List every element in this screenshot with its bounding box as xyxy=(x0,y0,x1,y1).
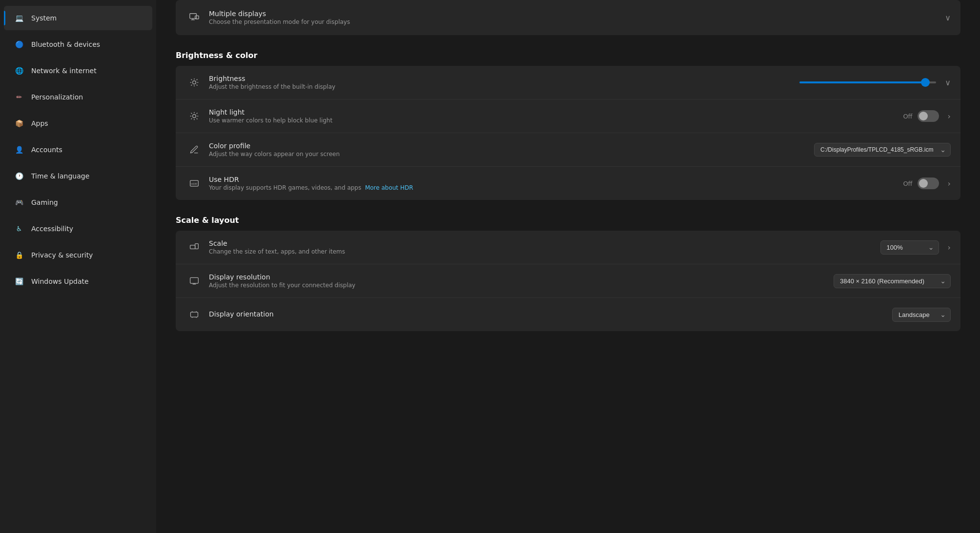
night-light-toggle[interactable] xyxy=(918,110,939,122)
sidebar-icon-time: 🕐 xyxy=(14,171,24,181)
multiple-displays-subtitle: Choose the presentation mode for your di… xyxy=(209,19,935,25)
sidebar-icon-accounts: 👤 xyxy=(14,144,24,155)
use-hdr-subtitle-text: Your display supports HDR games, videos,… xyxy=(209,184,361,191)
sidebar-label-privacy: Privacy & security xyxy=(31,251,93,259)
svg-point-13 xyxy=(193,115,196,118)
color-profile-row: Color profile Adjust the way colors appe… xyxy=(176,133,960,167)
sidebar-item-personalization[interactable]: ✏️Personalization xyxy=(4,85,152,109)
sidebar-label-system: System xyxy=(31,14,57,22)
sidebar-label-accounts: Accounts xyxy=(31,146,62,154)
display-orientation-control: Landscape xyxy=(892,308,951,322)
brightness-slider[interactable] xyxy=(799,81,936,83)
svg-rect-27 xyxy=(191,312,198,317)
svg-line-7 xyxy=(191,79,192,80)
night-light-subtitle: Use warmer colors to help block blue lig… xyxy=(209,117,897,124)
sidebar-item-accessibility[interactable]: ♿Accessibility xyxy=(4,217,152,241)
display-orientation-dropdown-wrapper: Landscape xyxy=(892,308,951,322)
svg-line-17 xyxy=(197,118,198,119)
scale-subtitle: Change the size of text, apps, and other… xyxy=(209,248,875,255)
sidebar-icon-system: 💻 xyxy=(14,13,24,23)
color-profile-control: C:/DisplayProfiles/TPLCD_4185_sRGB.icm xyxy=(814,143,951,157)
brightness-title: Brightness xyxy=(209,75,794,82)
multiple-displays-chevron: ∨ xyxy=(945,13,951,22)
color-profile-dropdown[interactable]: C:/DisplayProfiles/TPLCD_4185_sRGB.icm xyxy=(814,143,951,157)
multiple-displays-control: ∨ xyxy=(941,13,951,22)
scale-dropdown-wrapper: 100% xyxy=(880,240,939,255)
svg-rect-26 xyxy=(190,277,199,283)
use-hdr-link[interactable]: More about HDR xyxy=(365,184,413,191)
sidebar-label-update: Windows Update xyxy=(31,277,89,285)
night-light-row: Night light Use warmer colors to help bl… xyxy=(176,99,960,133)
display-resolution-title: Display resolution xyxy=(209,273,828,281)
night-light-text: Night light Use warmer colors to help bl… xyxy=(203,108,903,124)
scale-chevron: › xyxy=(948,243,951,252)
display-resolution-subtitle: Adjust the resolution to fit your connec… xyxy=(209,282,828,289)
night-light-chevron: › xyxy=(948,112,951,121)
multiple-displays-card: Multiple displays Choose the presentatio… xyxy=(176,0,960,35)
sidebar-icon-privacy: 🔒 xyxy=(14,250,24,260)
scale-dropdown[interactable]: 100% xyxy=(880,240,939,255)
display-resolution-control: 3840 × 2160 (Recommended) xyxy=(834,274,951,288)
svg-line-8 xyxy=(197,85,198,86)
night-light-control: Off › xyxy=(903,110,951,122)
sidebar-label-network: Network & internet xyxy=(31,67,97,75)
sidebar-item-time[interactable]: 🕐Time & language xyxy=(4,164,152,188)
sidebar-item-apps[interactable]: 📦Apps xyxy=(4,111,152,136)
brightness-color-card: Brightness Adjust the brightness of the … xyxy=(176,66,960,200)
brightness-row: Brightness Adjust the brightness of the … xyxy=(176,66,960,99)
display-resolution-text: Display resolution Adjust the resolution… xyxy=(203,273,834,289)
svg-line-16 xyxy=(191,113,192,114)
use-hdr-chevron: › xyxy=(948,179,951,188)
use-hdr-subtitle: Your display supports HDR games, videos,… xyxy=(209,184,897,191)
sidebar-label-time: Time & language xyxy=(31,172,89,180)
color-profile-subtitle: Adjust the way colors appear on your scr… xyxy=(209,151,808,158)
multiple-displays-text: Multiple displays Choose the presentatio… xyxy=(203,10,941,25)
svg-line-12 xyxy=(197,79,198,80)
sidebar-label-bluetooth: Bluetooth & devices xyxy=(31,40,100,48)
scale-title: Scale xyxy=(209,239,875,247)
display-orientation-dropdown[interactable]: Landscape xyxy=(892,308,951,322)
sidebar-item-bluetooth[interactable]: 🔵Bluetooth & devices xyxy=(4,32,152,57)
svg-line-11 xyxy=(191,85,192,86)
scale-row: Scale Change the size of text, apps, and… xyxy=(176,231,960,264)
svg-text:HDR: HDR xyxy=(191,182,197,185)
display-resolution-dropdown[interactable]: 3840 × 2160 (Recommended) xyxy=(834,274,951,288)
main-content: Multiple displays Choose the presentatio… xyxy=(156,0,980,533)
svg-line-20 xyxy=(191,118,192,119)
svg-point-4 xyxy=(193,81,196,84)
color-profile-icon xyxy=(185,141,203,158)
sidebar-item-update[interactable]: 🔄Windows Update xyxy=(4,269,152,294)
scale-layout-card: Scale Change the size of text, apps, and… xyxy=(176,231,960,331)
display-orientation-text: Display orientation xyxy=(203,310,892,319)
sidebar-icon-apps: 📦 xyxy=(14,118,24,129)
multiple-displays-row[interactable]: Multiple displays Choose the presentatio… xyxy=(176,0,960,35)
svg-rect-25 xyxy=(195,244,199,249)
sidebar-item-privacy[interactable]: 🔒Privacy & security xyxy=(4,243,152,267)
use-hdr-icon: HDR xyxy=(185,175,203,192)
sidebar-label-apps: Apps xyxy=(31,119,48,127)
sidebar-icon-bluetooth: 🔵 xyxy=(14,39,24,50)
sidebar-item-gaming[interactable]: 🎮Gaming xyxy=(4,190,152,215)
color-profile-title: Color profile xyxy=(209,142,808,150)
svg-line-21 xyxy=(197,113,198,114)
use-hdr-title: Use HDR xyxy=(209,176,897,183)
display-resolution-dropdown-wrapper: 3840 × 2160 (Recommended) xyxy=(834,274,951,288)
sidebar-item-accounts[interactable]: 👤Accounts xyxy=(4,138,152,162)
display-resolution-row: Display resolution Adjust the resolution… xyxy=(176,264,960,298)
color-profile-dropdown-wrapper: C:/DisplayProfiles/TPLCD_4185_sRGB.icm xyxy=(814,143,951,157)
color-profile-text: Color profile Adjust the way colors appe… xyxy=(203,142,814,158)
display-orientation-title: Display orientation xyxy=(209,310,886,318)
sidebar-icon-personalization: ✏️ xyxy=(14,92,24,102)
sidebar-item-system[interactable]: 💻System xyxy=(4,6,152,30)
brightness-color-header: Brightness & color xyxy=(176,37,960,66)
sidebar-item-network[interactable]: 🌐Network & internet xyxy=(4,59,152,83)
sidebar-label-personalization: Personalization xyxy=(31,93,83,101)
use-hdr-control: Off › xyxy=(903,178,951,189)
display-orientation-row: Display orientation Landscape xyxy=(176,298,960,331)
sidebar-label-accessibility: Accessibility xyxy=(31,225,73,233)
sidebar-icon-network: 🌐 xyxy=(14,65,24,76)
multiple-displays-title: Multiple displays xyxy=(209,10,935,18)
brightness-text: Brightness Adjust the brightness of the … xyxy=(203,75,799,90)
night-light-title: Night light xyxy=(209,108,897,116)
use-hdr-toggle[interactable] xyxy=(918,178,939,189)
